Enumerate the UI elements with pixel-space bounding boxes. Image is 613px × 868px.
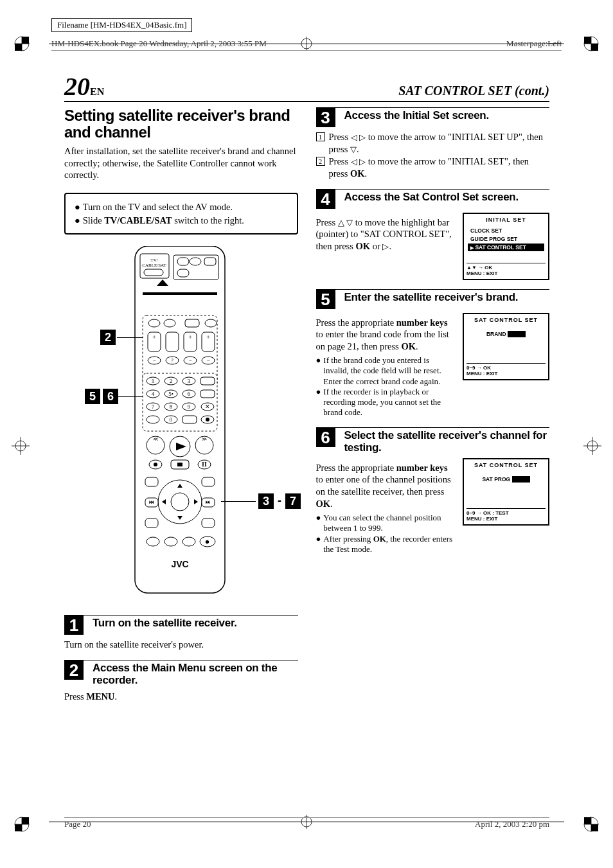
svg-rect-117 <box>145 518 158 527</box>
step-5-title: Enter the satellite receiver's brand. <box>344 291 519 304</box>
svg-point-87 <box>147 416 159 423</box>
svg-rect-71 <box>200 377 215 385</box>
step-5-body: Press the appropriate number keys to ent… <box>316 317 456 353</box>
step-1: 1 Turn on the satellite receiver. Turn o… <box>64 615 298 651</box>
svg-rect-8 <box>584 37 591 44</box>
svg-rect-39 <box>177 258 189 265</box>
step-6: 6 Select the satellite receiver's channe… <box>316 427 550 554</box>
masterpage-label: Masterpage:Left <box>506 39 562 49</box>
step-4-number: 4 <box>316 190 335 209</box>
step-2: 2 Access the Main Menu screen on the rec… <box>64 660 298 703</box>
screen-brand: SAT CONTROL SET BRAND 0−9 → OK MENU : EX… <box>463 313 549 380</box>
svg-rect-111 <box>145 477 158 486</box>
svg-text:≪: ≪ <box>153 436 158 442</box>
step-6-number: 6 <box>316 428 335 447</box>
step-2-title: Access the Main Menu screen on the recor… <box>93 662 298 687</box>
page-content: 20EN SAT CONTROL SET (cont.) Setting sat… <box>64 74 549 703</box>
svg-text:5•: 5• <box>168 391 173 397</box>
svg-point-92 <box>206 418 209 421</box>
masterpage-prefix: Masterpage: <box>506 39 547 48</box>
svg-text:7: 7 <box>152 403 155 410</box>
svg-rect-90 <box>182 416 197 423</box>
svg-text:⏺: ⏺ <box>205 539 210 545</box>
svg-text:4: 4 <box>152 391 155 397</box>
svg-rect-47 <box>185 319 199 327</box>
svg-text:?: ? <box>171 358 173 364</box>
svg-rect-118 <box>202 518 215 527</box>
svg-rect-51 <box>166 332 179 351</box>
step-4: 4 Access the Sat Control Set screen. Pre… <box>316 189 550 280</box>
crop-mark-mid-left <box>12 437 30 455</box>
step-3: 3 Access the Initial Set screen. 1 Press… <box>316 107 550 180</box>
step-3-title: Access the Initial Set screen. <box>344 109 489 122</box>
svg-text:≫: ≫ <box>202 436 207 442</box>
crop-mark-top-left <box>13 35 31 53</box>
svg-text:9: 9 <box>188 403 191 410</box>
svg-text:8: 8 <box>170 403 173 410</box>
svg-rect-36 <box>144 269 163 276</box>
svg-text:−: − <box>188 357 191 364</box>
callout-5-6: 56 <box>84 389 120 404</box>
step-1-body: Turn on the satellite receiver's power. <box>64 639 298 651</box>
screen-initial-set: INITIAL SET CLOCK SET GUIDE PROG SET ▶ S… <box>463 213 549 280</box>
page-number-en: EN <box>90 86 104 97</box>
svg-point-46 <box>164 319 175 327</box>
svg-rect-112 <box>202 477 215 486</box>
substep-1-icon: 1 <box>316 132 325 141</box>
svg-point-40 <box>190 258 201 265</box>
svg-text:0: 0 <box>170 416 173 423</box>
svg-text:II: II <box>202 461 207 468</box>
step-2-body: Press MENU. <box>64 691 298 703</box>
prep-item-2: Slide TV/CABLE/SAT switch to the right. <box>83 214 244 227</box>
book-info: HM-HDS4EX.book Page 20 Wednesday, April … <box>51 39 267 49</box>
prep-item-1: Turn on the TV and select the AV mode. <box>83 200 233 213</box>
svg-text:✕: ✕ <box>205 403 210 410</box>
callout-3-7: 3-7 <box>257 493 302 509</box>
step-1-number: 1 <box>64 616 84 635</box>
filename-box: Filename [HM-HDS4EX_04Basic.fm] <box>51 18 192 32</box>
svg-rect-19 <box>22 817 29 824</box>
svg-rect-9 <box>591 44 598 51</box>
svg-text:⏭: ⏭ <box>206 499 211 505</box>
preparation-box: ●Turn on the TV and select the AV mode. … <box>64 193 298 235</box>
svg-rect-102 <box>177 463 182 466</box>
svg-rect-4 <box>15 44 22 51</box>
svg-text:−: − <box>206 357 209 364</box>
svg-text:TV/: TV/ <box>150 258 157 263</box>
step-6-body: Press the appropriate number keys to ent… <box>316 462 456 510</box>
svg-rect-24 <box>584 817 591 824</box>
right-column: 3 Access the Initial Set screen. 1 Press… <box>316 102 550 703</box>
remote-diagram: TV/ CABLE/SAT <box>64 246 298 606</box>
crop-mark-top-right <box>582 35 600 53</box>
svg-rect-43 <box>143 292 217 295</box>
svg-point-120 <box>164 537 177 546</box>
svg-text:+: + <box>188 333 192 341</box>
svg-point-48 <box>205 319 217 327</box>
step-4-body: Press △ ▽ to move the highlight bar (poi… <box>316 217 456 253</box>
svg-text:JVC: JVC <box>171 559 188 569</box>
substep-2-icon: 2 <box>316 157 325 166</box>
step-6-title: Select the satellite receiver's channel … <box>344 429 550 454</box>
svg-rect-20 <box>15 824 22 831</box>
remote-svg: TV/ CABLE/SAT <box>116 246 244 606</box>
svg-rect-25 <box>591 824 598 831</box>
svg-rect-42 <box>177 269 189 277</box>
footer-page: Page 20 <box>64 819 91 829</box>
step-2-number: 2 <box>64 660 84 680</box>
left-column: Setting satellite receiver's brand and c… <box>64 102 298 703</box>
crop-mark-mid-right <box>583 437 601 455</box>
svg-text:1: 1 <box>152 378 155 384</box>
main-heading: Setting satellite receiver's brand and c… <box>64 107 298 141</box>
footer-date: April 2, 2003 2:20 pm <box>475 819 549 829</box>
svg-point-45 <box>148 319 160 327</box>
callout-2-line <box>117 337 143 339</box>
svg-text:6: 6 <box>188 391 191 397</box>
svg-rect-78 <box>200 390 215 398</box>
svg-text:+: + <box>152 333 156 341</box>
intro-text: After installation, set the satellite re… <box>64 145 298 182</box>
callout-37-line <box>221 501 256 502</box>
step-6-notes: ●You can select the channel position bet… <box>316 513 456 554</box>
step-1-title: Turn on the satellite receiver. <box>93 617 237 630</box>
crop-mark-bottom-right <box>582 815 600 833</box>
page-number: 20EN <box>64 74 104 100</box>
